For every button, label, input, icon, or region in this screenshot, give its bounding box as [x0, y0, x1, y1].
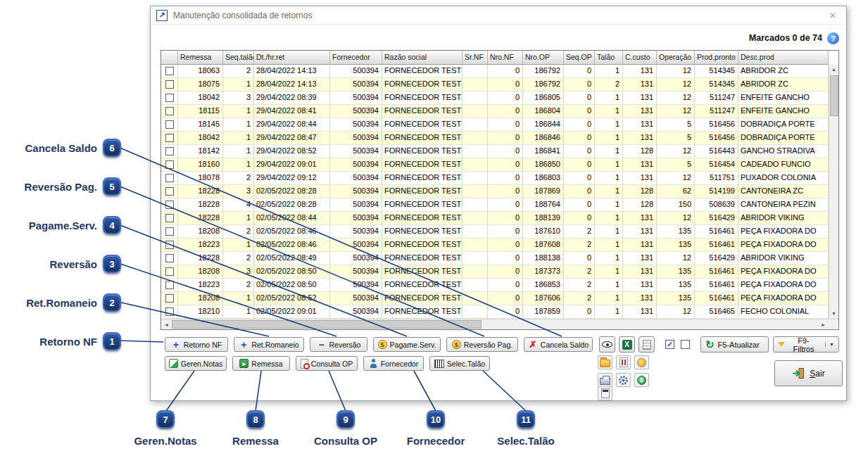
- row-checkbox[interactable]: [165, 267, 174, 276]
- row-checkbox[interactable]: [165, 107, 174, 115]
- selec-talao-button[interactable]: Selec.Talão: [429, 356, 490, 371]
- table-cell: 18075: [178, 78, 223, 91]
- scroll-left-icon[interactable]: ◄: [161, 322, 172, 327]
- column-header-prod-pronto[interactable]: Prod.pronto: [695, 51, 738, 65]
- horizontal-scrollbar[interactable]: ◄ ►: [161, 319, 838, 329]
- table-cell: 2: [564, 225, 595, 239]
- preview-button[interactable]: [599, 336, 615, 353]
- fornecedor-button[interactable]: Fornecedor: [363, 356, 424, 371]
- table-cell: 186792: [523, 78, 564, 91]
- report-button[interactable]: [639, 336, 655, 353]
- table-cell: 2: [564, 265, 595, 279]
- table-cell: 0: [488, 91, 523, 105]
- calculator-icon: [601, 388, 610, 398]
- table-cell: 1: [595, 158, 623, 172]
- table-cell: 516456: [695, 132, 738, 145]
- help-icon[interactable]: ?: [827, 32, 839, 44]
- close-button[interactable]: ×: [825, 9, 841, 21]
- invoice-button[interactable]: [616, 355, 631, 369]
- column-header-sr-nf[interactable]: Sr.NF: [463, 51, 488, 65]
- column-header-fornecedor[interactable]: Fornecedor: [330, 51, 382, 65]
- exit-button[interactable]: Sair: [774, 360, 843, 386]
- printer-button[interactable]: [598, 373, 612, 387]
- table-cell: 516429: [695, 212, 738, 225]
- row-checkbox[interactable]: [165, 227, 174, 236]
- calculator-button[interactable]: [598, 386, 612, 400]
- column-header-desc-prod[interactable]: Desc.prod: [738, 51, 829, 65]
- minus-icon: −: [317, 340, 327, 350]
- row-checkbox[interactable]: [165, 94, 174, 102]
- ret-romaneio-button[interactable]: +Ret.Romaneio: [234, 337, 304, 352]
- callout-label: Geren.Notas: [134, 435, 196, 447]
- column-header-talao[interactable]: Talão: [595, 51, 623, 65]
- horizontal-scroll-thumb[interactable]: [172, 320, 482, 329]
- table-cell: 1: [223, 118, 254, 132]
- check-all-button[interactable]: ✓: [662, 337, 677, 352]
- row-checkbox[interactable]: [165, 80, 174, 89]
- row-checkbox[interactable]: [165, 160, 174, 169]
- cancela-saldo-button[interactable]: ✗Cancela Saldo: [524, 337, 593, 352]
- table-cell: 18228: [178, 185, 223, 198]
- f5-refresh-button[interactable]: ↻ F5-Atualizar: [700, 336, 769, 353]
- reversao-button[interactable]: −Reversão: [310, 337, 367, 352]
- table-cell: 516461: [695, 225, 738, 239]
- plus-icon: +: [239, 340, 249, 350]
- export-excel-button[interactable]: X: [619, 336, 635, 353]
- column-header-operacao[interactable]: Operação: [657, 51, 695, 65]
- geren-notas-button[interactable]: Geren.Notas: [165, 356, 227, 371]
- column-header-nro-nf[interactable]: Nro.NF: [488, 51, 523, 65]
- callout-label: Selec.Talão: [497, 435, 554, 447]
- table-cell: 1: [595, 292, 623, 305]
- table-cell: 1: [595, 145, 623, 158]
- column-header-seq-op[interactable]: Seq.OP: [564, 51, 595, 65]
- column-header-remessa[interactable]: Remessa: [178, 51, 223, 65]
- row-checkbox[interactable]: [165, 187, 174, 196]
- row-checkbox[interactable]: [165, 201, 174, 209]
- table-cell: 186803: [523, 172, 564, 185]
- table-cell: PUXADOR COLONIA: [738, 172, 829, 185]
- row-checkbox[interactable]: [165, 67, 174, 75]
- row-checkbox[interactable]: [165, 147, 174, 156]
- gear-icon: [618, 375, 629, 386]
- table-cell: 0: [488, 105, 523, 118]
- table-cell: 188138: [523, 252, 564, 265]
- row-checkbox[interactable]: [165, 294, 174, 303]
- vertical-scrollbar[interactable]: ▲ ▼: [829, 65, 838, 319]
- column-header-razao-social[interactable]: Razão social: [382, 51, 463, 65]
- consulta-op-button[interactable]: Consulta OP: [296, 356, 358, 371]
- vertical-scroll-thumb[interactable]: [830, 75, 838, 116]
- money-button[interactable]: $: [634, 373, 649, 387]
- column-header-nro-op[interactable]: Nro.OP: [523, 51, 564, 65]
- row-checkbox[interactable]: [165, 281, 174, 289]
- folder-button[interactable]: [598, 355, 612, 369]
- row-checkbox[interactable]: [165, 214, 174, 222]
- scroll-up-icon[interactable]: ▲: [831, 65, 836, 75]
- table-cell: 500394: [330, 158, 382, 172]
- row-checkbox[interactable]: [165, 254, 174, 262]
- dropdown-arrow-icon[interactable]: ▼: [825, 342, 834, 347]
- table-cell: 0: [564, 91, 595, 105]
- settings-button[interactable]: [616, 373, 631, 387]
- coins-button[interactable]: [634, 355, 649, 369]
- table-cell: ABRIDOR VIKING: [738, 252, 829, 265]
- column-header-c-custo[interactable]: C.custo: [623, 51, 657, 65]
- table-cell: 12: [657, 105, 695, 118]
- row-checkbox[interactable]: [165, 307, 174, 316]
- column-header-dt-hr-ret[interactable]: Dt./hr.ret: [254, 51, 330, 65]
- row-checkbox[interactable]: [165, 241, 174, 249]
- scroll-down-icon[interactable]: ▼: [831, 309, 836, 319]
- row-checkbox[interactable]: [165, 120, 174, 129]
- table-cell: 0: [564, 105, 595, 118]
- column-header-seq-talao[interactable]: Seq.talão: [223, 51, 254, 65]
- scroll-right-icon[interactable]: ►: [818, 322, 829, 327]
- uncheck-all-button[interactable]: [678, 337, 693, 352]
- row-checkbox[interactable]: [165, 134, 174, 142]
- row-checkbox[interactable]: [165, 174, 174, 182]
- f9-filters-button[interactable]: F9-Filtros ▼: [773, 336, 839, 353]
- retorno-nf-button[interactable]: +Retorno NF: [165, 337, 228, 352]
- table-cell: 12: [657, 305, 695, 319]
- pagame-serv-button[interactable]: $Pagame.Serv.: [373, 337, 441, 352]
- remessa-button[interactable]: ▸Remessa: [232, 356, 290, 371]
- reversao-pag-button[interactable]: $Reversão Pag.: [446, 337, 518, 352]
- f9-label: F9-Filtros: [788, 336, 819, 353]
